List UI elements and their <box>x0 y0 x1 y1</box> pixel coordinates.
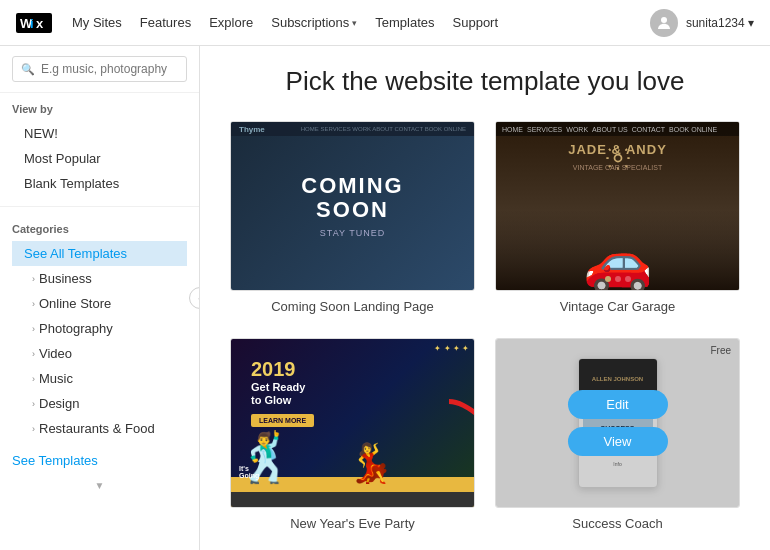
template-card-coming-soon: Thyme HOME SERVICES WORK ABOUT CONTACT B… <box>230 121 475 314</box>
body-layout: ‹ 🔍 View by NEW! Most Popular Blank Temp… <box>0 46 770 550</box>
templates-grid: Thyme HOME SERVICES WORK ABOUT CONTACT B… <box>230 121 740 531</box>
sidebar-item-online-store[interactable]: › Online Store <box>12 291 187 316</box>
view-button-success[interactable]: View <box>568 427 668 456</box>
template-thumb-success[interactable]: Free ALLEN JOHNSON SUCCESS Info <box>495 338 740 508</box>
wix-logo[interactable]: W i x <box>16 13 52 33</box>
username-label: sunita1234 ▾ <box>686 16 754 30</box>
svg-text:i: i <box>30 16 33 31</box>
view-button-vintage[interactable]: View <box>568 210 668 239</box>
page-title: Pick the website template you love <box>230 66 740 97</box>
view-by-label: View by <box>12 103 187 115</box>
svg-point-4 <box>661 17 667 23</box>
search-icon: 🔍 <box>21 63 35 76</box>
chevron-right-icon: › <box>32 349 35 359</box>
scroll-indicator: ▼ <box>0 476 199 495</box>
sidebar-item-most-popular[interactable]: Most Popular <box>12 146 187 171</box>
chevron-right-icon: › <box>32 324 35 334</box>
sidebar-item-music[interactable]: › Music <box>12 366 187 391</box>
template-thumb-coming-soon[interactable]: Thyme HOME SERVICES WORK ABOUT CONTACT B… <box>230 121 475 291</box>
nav-templates[interactable]: Templates <box>375 15 434 30</box>
sidebar-item-see-all[interactable]: See All Templates <box>12 241 187 266</box>
sidebar-item-photography[interactable]: › Photography <box>12 316 187 341</box>
success-overlay[interactable]: Edit View <box>496 339 739 507</box>
sidebar-item-video[interactable]: › Video <box>12 341 187 366</box>
chevron-right-icon: › <box>32 299 35 309</box>
nav-links: My Sites Features Explore Subscriptions … <box>72 15 498 30</box>
sidebar-item-design[interactable]: › Design <box>12 391 187 416</box>
sidebar: ‹ 🔍 View by NEW! Most Popular Blank Temp… <box>0 46 200 550</box>
see-templates-link[interactable]: See Templates <box>0 445 199 476</box>
chevron-right-icon: › <box>32 374 35 384</box>
sidebar-item-restaurants[interactable]: › Restaurants & Food <box>12 416 187 441</box>
user-menu[interactable]: sunita1234 ▾ <box>650 9 754 37</box>
edit-button-coming-soon[interactable]: Edit <box>303 173 403 202</box>
nav-subscriptions[interactable]: Subscriptions ▾ <box>271 15 357 30</box>
sidebar-search-area: 🔍 <box>0 46 199 93</box>
template-label-newyear: New Year's Eve Party <box>290 516 415 531</box>
nav-my-sites[interactable]: My Sites <box>72 15 122 30</box>
navbar: W i x My Sites Features Explore Subscrip… <box>0 0 770 46</box>
edit-button-vintage[interactable]: Edit <box>568 173 668 202</box>
sidebar-item-business[interactable]: › Business <box>12 266 187 291</box>
template-label-vintage: Vintage Car Garage <box>560 299 675 314</box>
template-card-vintage: HOME SERVICES WORK ABOUT US CONTACT BOOK… <box>495 121 740 314</box>
subscriptions-chevron-icon: ▾ <box>352 18 357 28</box>
nav-explore[interactable]: Explore <box>209 15 253 30</box>
sidebar-item-new[interactable]: NEW! <box>12 121 187 146</box>
template-thumb-vintage[interactable]: HOME SERVICES WORK ABOUT US CONTACT BOOK… <box>495 121 740 291</box>
edit-button-newyear[interactable]: Edit <box>303 390 403 419</box>
categories-section: Categories See All Templates › Business … <box>0 213 199 445</box>
main-content: Pick the website template you love Thyme… <box>200 46 770 550</box>
view-by-section: View by NEW! Most Popular Blank Template… <box>0 93 199 200</box>
template-card-success: Free ALLEN JOHNSON SUCCESS Info <box>495 338 740 531</box>
search-box[interactable]: 🔍 <box>12 56 187 82</box>
template-card-newyear: ✦ ✦ ✦ ✦ 2019 Get Readyto Glow LEARN MORE… <box>230 338 475 531</box>
template-thumb-newyear[interactable]: ✦ ✦ ✦ ✦ 2019 Get Readyto Glow LEARN MORE… <box>230 338 475 508</box>
nav-features[interactable]: Features <box>140 15 191 30</box>
chevron-right-icon: › <box>32 424 35 434</box>
view-button-newyear[interactable]: View <box>303 427 403 456</box>
view-button-coming-soon[interactable]: View <box>303 210 403 239</box>
chevron-right-icon: › <box>32 274 35 284</box>
avatar <box>650 9 678 37</box>
categories-label: Categories <box>12 223 187 235</box>
search-input[interactable] <box>41 62 178 76</box>
template-label-coming-soon: Coming Soon Landing Page <box>271 299 434 314</box>
template-label-success: Success Coach <box>572 516 662 531</box>
edit-button-success[interactable]: Edit <box>568 390 668 419</box>
sidebar-divider <box>0 206 199 207</box>
chevron-right-icon: › <box>32 399 35 409</box>
nav-support[interactable]: Support <box>453 15 499 30</box>
sidebar-item-blank-templates[interactable]: Blank Templates <box>12 171 187 196</box>
